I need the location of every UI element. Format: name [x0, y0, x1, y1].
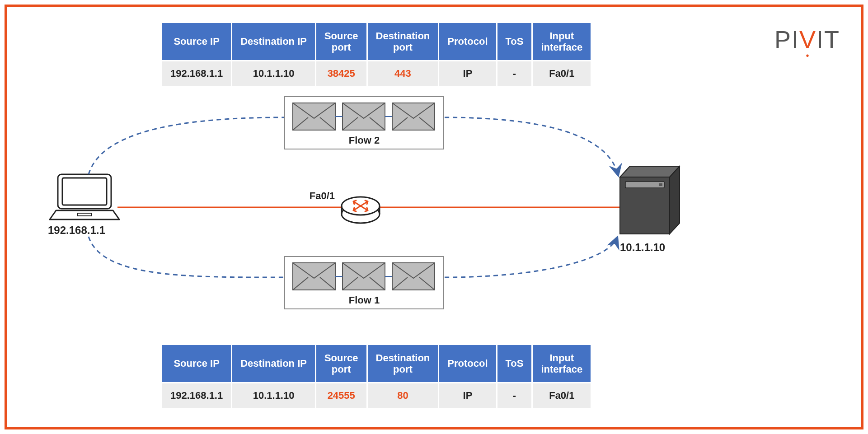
iface-label: Fa0/1 [310, 190, 335, 201]
svg-rect-7 [625, 182, 664, 188]
flow2-path-right [445, 117, 618, 175]
diagram-frame: PIV•IT Source IP Destination IP Sourcepo… [5, 5, 863, 429]
laptop-ip-label: 192.168.1.1 [48, 224, 105, 236]
flow1-label: Flow 1 [349, 294, 380, 306]
network-canvas: Fa0/1 192.168.1.1 10.1.1.10 [7, 7, 861, 427]
server-ip-label: 10.1.1.10 [620, 241, 665, 253]
flow1-path-right [445, 238, 617, 277]
svg-rect-6 [78, 213, 91, 216]
flow2-path-left [89, 117, 284, 174]
svg-rect-8 [659, 183, 662, 186]
laptop-icon [50, 174, 119, 219]
svg-rect-5 [62, 178, 107, 205]
flow1-path-left [89, 237, 284, 277]
server-icon [620, 166, 680, 234]
flow1-box: Flow 1 [285, 257, 444, 309]
flow2-box: Flow 2 [285, 97, 444, 149]
flow2-label: Flow 2 [349, 135, 380, 146]
router-icon [342, 197, 380, 223]
